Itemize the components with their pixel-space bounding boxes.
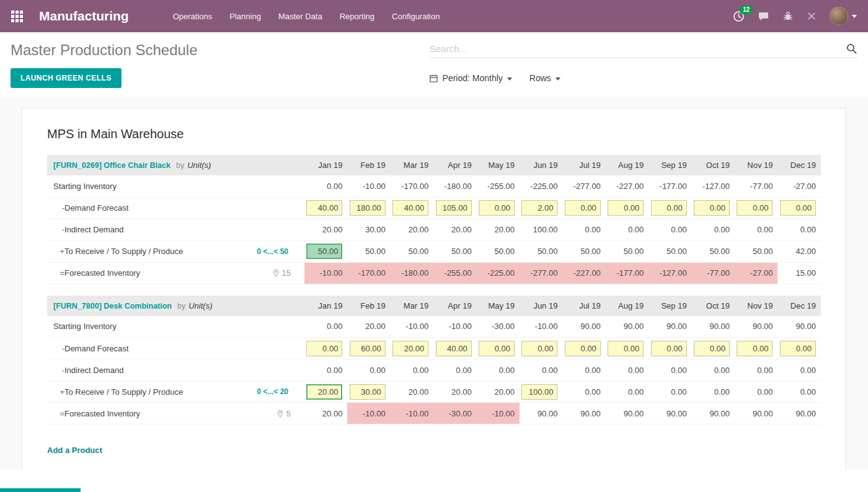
value-input[interactable]: 0.00 [608,341,644,356]
value-input[interactable]: 40.00 [306,200,342,216]
value-input[interactable]: 0.00 [306,341,342,356]
mps-value-cell[interactable]: 0.00 [562,338,605,359]
value-input[interactable]: 0.00 [737,341,773,356]
value-input[interactable]: 40.00 [436,341,472,356]
value-input[interactable]: 20.00 [306,384,342,400]
mps-value-cell[interactable]: 0.00 [606,381,649,403]
value-input[interactable]: 180.00 [350,200,386,216]
mps-row-indirect-demand: -Indirect Demand20.0030.0020.0020.0020.0… [47,219,821,240]
value-input[interactable]: 0.00 [651,341,687,356]
mps-value-cell[interactable]: 0.00 [735,338,777,359]
mps-row-demand-forecast: -Demand Forecast0.0060.0020.0040.000.000… [47,338,821,359]
mps-value-cell[interactable]: 0.00 [777,197,821,219]
activity-clock-icon[interactable]: 12 [733,11,745,22]
value-input[interactable]: 0.00 [521,341,557,356]
mps-value-cell[interactable]: 0.00 [606,197,649,219]
value-input[interactable]: 0.00 [737,200,773,216]
mps-value-cell[interactable]: 50.00 [562,240,605,262]
app-title[interactable]: Manufacturing [39,9,129,24]
mps-value-cell[interactable]: 0.00 [777,338,821,359]
mps-value-cell[interactable]: 0.00 [692,338,735,359]
mps-value-cell[interactable]: 30.00 [347,381,390,403]
mps-value-cell[interactable]: 0.00 [477,338,520,359]
replenish-green-cell[interactable]: 50.00 [306,244,342,259]
launch-green-cells-button[interactable]: LAUNCH GREEN CELLS [11,68,122,88]
mps-value-cell[interactable]: 20.00 [391,338,433,359]
value-input[interactable]: 0.00 [565,200,601,216]
mps-value-cell[interactable]: 0.00 [735,381,777,403]
value-input[interactable]: 0.00 [780,341,816,356]
mps-value-cell[interactable]: 20.00 [433,381,476,403]
apps-grid-icon[interactable] [11,11,23,22]
user-menu[interactable] [830,7,857,25]
value-input[interactable]: 0.00 [780,200,816,216]
value-input[interactable]: 100.00 [521,384,557,400]
menu-configuration[interactable]: Configuration [384,6,448,27]
menu-planning[interactable]: Planning [221,6,269,27]
menu-reporting[interactable]: Reporting [332,6,383,27]
mps-value-cell[interactable]: 50.00 [433,240,476,262]
value-input[interactable]: 105.00 [436,200,472,216]
mps-value-cell[interactable]: 50.00 [347,240,390,262]
value-input[interactable]: 0.00 [651,200,687,216]
mps-value-cell[interactable]: 0.00 [649,197,691,219]
mps-value-cell[interactable]: 0.00 [520,338,562,359]
value-input[interactable]: 0.00 [479,200,515,216]
mps-value-cell[interactable]: 0.00 [304,338,347,359]
value-input[interactable]: 0.00 [479,341,515,356]
mps-value-cell[interactable]: 0.00 [606,338,649,359]
rows-filter[interactable]: Rows [529,73,560,83]
mps-value-cell: 0.00 [649,219,691,240]
mps-value-cell[interactable]: 50.00 [735,240,777,262]
mps-value-cell[interactable]: 40.00 [433,338,476,359]
mps-value-cell[interactable]: 0.00 [649,381,691,403]
mps-value-cell[interactable]: 0.00 [777,381,821,403]
menu-master-data[interactable]: Master Data [270,6,330,27]
menu-operations[interactable]: Operations [165,6,221,27]
value-input[interactable]: 60.00 [350,341,386,356]
mps-value-cell: 0.00 [562,219,605,240]
mps-value-cell[interactable]: 100.00 [520,381,562,403]
mps-value-cell[interactable]: 0.00 [562,381,605,403]
mps-value-cell[interactable]: 50.00 [391,240,433,262]
mps-value-cell[interactable]: 50.00 [477,240,520,262]
mps-value-cell[interactable]: 20.00 [391,381,433,403]
messages-icon[interactable] [758,11,769,22]
add-product-link[interactable]: Add a Product [47,446,102,455]
value-input[interactable]: 0.00 [565,341,601,356]
mps-value-cell[interactable]: 50.00 [649,240,691,262]
mps-value-cell[interactable]: 50.00 [304,240,347,262]
mps-value-cell[interactable]: 2.00 [520,197,562,219]
mps-value-cell[interactable]: 50.00 [692,240,735,262]
value-input[interactable]: 0.00 [608,200,644,216]
period-filter[interactable]: Period: Monthly [429,73,512,83]
mps-value-cell[interactable]: 50.00 [606,240,649,262]
value-input[interactable]: 40.00 [392,200,428,216]
value-input[interactable]: 20.00 [392,341,428,356]
value-input[interactable]: 30.00 [350,384,386,400]
value-input[interactable]: 2.00 [521,200,557,216]
mps-value-cell[interactable]: 0.00 [735,197,777,219]
cross-icon[interactable] [807,11,817,21]
mps-value-cell[interactable]: 180.00 [347,197,390,219]
mps-value-cell[interactable]: 40.00 [391,197,433,219]
mps-value-cell[interactable]: 42.00 [777,240,821,262]
row-label-cell: +To Receive / To Supply / Produce0 <...<… [47,381,304,403]
search-input[interactable] [430,43,846,54]
value-input[interactable]: 0.00 [694,341,730,356]
mps-value-cell[interactable]: 20.00 [304,381,347,403]
mps-value-cell[interactable]: 105.00 [433,197,476,219]
mps-value-cell[interactable]: 20.00 [477,381,520,403]
mps-value-cell[interactable]: 0.00 [562,197,605,219]
search-icon[interactable] [846,43,857,55]
mps-value-cell[interactable]: 40.00 [304,197,347,219]
bug-icon[interactable] [782,11,794,22]
mps-value-cell[interactable]: 0.00 [477,197,520,219]
value-input[interactable]: 0.00 [694,200,730,216]
mps-value-cell[interactable]: 60.00 [347,338,390,359]
mps-value-cell[interactable]: 0.00 [692,381,735,403]
mps-value-cell[interactable]: 0.00 [692,197,735,219]
mps-value-cell[interactable]: 0.00 [649,338,691,359]
period-filter-label: Period: Monthly [443,73,503,83]
mps-value-cell[interactable]: 50.00 [520,240,562,262]
